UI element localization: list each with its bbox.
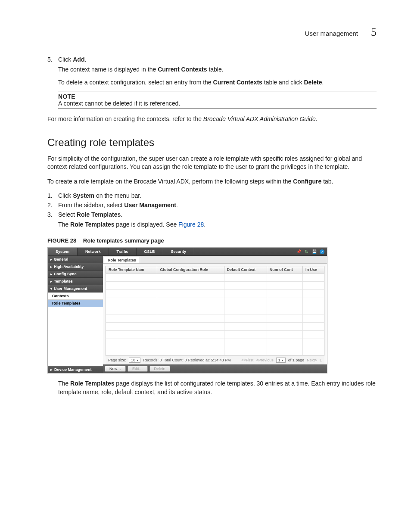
button-bar: New… Edit… Delete bbox=[103, 364, 327, 373]
guide-title: Brocade Virtual ADX Administration Guide bbox=[203, 115, 316, 122]
step-1: 1. Click System on the menu bar. bbox=[47, 192, 377, 199]
tab-role-templates[interactable]: Role Templates bbox=[104, 257, 140, 263]
table-row[interactable] bbox=[106, 298, 324, 306]
pager-previous[interactable]: <Previous bbox=[256, 358, 273, 362]
step-number: 5. bbox=[47, 56, 58, 63]
delete-button[interactable]: Delete bbox=[149, 366, 170, 372]
figure-caption-suffix: page bbox=[149, 237, 164, 244]
table-row[interactable] bbox=[106, 314, 324, 323]
menu-gslb[interactable]: GSLB bbox=[137, 248, 163, 255]
chevron-right-icon: ▸ bbox=[50, 272, 52, 276]
sidebar-sub-role-templates[interactable]: Role Templates bbox=[48, 300, 103, 307]
help-icon[interactable] bbox=[319, 249, 324, 254]
label: User Management bbox=[54, 286, 87, 291]
text: . bbox=[204, 221, 206, 228]
edit-button[interactable]: Edit… bbox=[128, 366, 148, 372]
col-num-of-cont[interactable]: Num of Cont bbox=[267, 266, 302, 274]
table-row[interactable] bbox=[106, 282, 324, 290]
refresh-icon[interactable] bbox=[304, 249, 309, 254]
figure-link[interactable]: Figure 28 bbox=[178, 221, 204, 228]
text: From the sidebar, select bbox=[58, 202, 124, 208]
pager-of: of 1 page bbox=[288, 358, 305, 362]
pager-next[interactable]: Next> bbox=[307, 358, 317, 362]
text: page is displayed. See bbox=[114, 221, 178, 228]
text: . bbox=[84, 56, 86, 63]
sidebar-item-device-management[interactable]: ▸Device Management bbox=[48, 366, 103, 373]
sidebar-item-high-availability[interactable]: ▸High Availability bbox=[48, 263, 103, 271]
col-role-template-name[interactable]: Role Template Nam bbox=[106, 266, 157, 274]
sidebar-item-general[interactable]: ▸General bbox=[48, 256, 103, 263]
sidebar-item-user-management[interactable]: ▾User Management bbox=[48, 285, 103, 292]
label: Device Management bbox=[54, 367, 92, 372]
figure-label: FIGURE 28 bbox=[47, 237, 76, 244]
chevron-down-icon: ▾ bbox=[50, 287, 52, 291]
sidebar: ▸General ▸High Availability ▸Config Sync… bbox=[48, 256, 103, 373]
text: To create a role template on the Brocade… bbox=[47, 178, 293, 185]
page-size-label: Page size: bbox=[108, 358, 126, 362]
text: tab. bbox=[321, 178, 333, 185]
label: Config Sync bbox=[54, 272, 77, 276]
sidebar-sub-contexts[interactable]: Contexts bbox=[48, 292, 103, 300]
figure-caption-bold: Role templates summary bbox=[83, 237, 149, 244]
text: For more information on creating the con… bbox=[47, 115, 203, 122]
note-box: NOTE A context cannot be deleted if it i… bbox=[58, 91, 377, 109]
step5-line2: The context name is displayed in the Cur… bbox=[58, 65, 377, 74]
table-row[interactable] bbox=[106, 339, 324, 347]
bold-role-templates: Role Templates bbox=[77, 211, 121, 218]
table-row[interactable] bbox=[106, 274, 324, 282]
text: Click bbox=[58, 192, 73, 199]
section-heading: Creating role templates bbox=[47, 137, 377, 149]
note-body: A context cannot be deleted if it is ref… bbox=[58, 100, 377, 107]
menu-traffic[interactable]: Traffic bbox=[109, 248, 137, 255]
chevron-right-icon: ▸ bbox=[50, 265, 52, 269]
col-default-context[interactable]: Default Context bbox=[224, 266, 267, 274]
table-row[interactable] bbox=[106, 306, 324, 314]
intro-paragraph: For simplicity of the configuration, the… bbox=[47, 155, 377, 171]
text: . bbox=[176, 202, 178, 208]
step-number: 2. bbox=[47, 202, 58, 208]
bold-add: Add bbox=[73, 56, 84, 63]
text: . bbox=[322, 79, 324, 86]
sidebar-item-templates[interactable]: ▸Templates bbox=[48, 278, 103, 285]
sidebar-item-config-sync[interactable]: ▸Config Sync bbox=[48, 271, 103, 278]
label: High Availability bbox=[54, 264, 84, 269]
bold-system: System bbox=[73, 192, 94, 199]
header-title: User management bbox=[305, 30, 358, 37]
step-5: 5. Click Add. bbox=[47, 56, 377, 63]
pager-first[interactable]: <<First bbox=[241, 358, 253, 362]
table-row[interactable] bbox=[106, 323, 324, 331]
step-text: From the sidebar, select User Management… bbox=[58, 202, 377, 208]
after-figure-paragraph: The Role Templates page displays the lis… bbox=[58, 380, 377, 396]
text: . bbox=[121, 211, 122, 218]
label: General bbox=[54, 257, 68, 261]
chapter-number: 5 bbox=[371, 26, 377, 39]
note-title: NOTE bbox=[58, 93, 377, 100]
pager-last[interactable]: L bbox=[320, 358, 322, 362]
new-button[interactable]: New… bbox=[105, 366, 126, 372]
procedure-intro: To create a role template on the Brocade… bbox=[47, 177, 377, 186]
text: The context name is displayed in the bbox=[58, 66, 158, 73]
menu-system[interactable]: System bbox=[48, 248, 78, 255]
main-area: Role Templates Role Template Nam Global … bbox=[103, 256, 327, 373]
menu-security[interactable]: Security bbox=[163, 248, 195, 255]
text: . bbox=[316, 115, 318, 122]
table-row[interactable] bbox=[106, 347, 324, 355]
col-in-use[interactable]: In Use bbox=[303, 266, 324, 274]
text: To delete a context configuration, selec… bbox=[58, 79, 213, 86]
more-info-paragraph: For more information on creating the con… bbox=[47, 115, 377, 124]
table-row[interactable] bbox=[106, 290, 324, 298]
text: on the menu bar. bbox=[94, 192, 141, 199]
step-2: 2. From the sidebar, select User Managem… bbox=[47, 202, 377, 208]
bold-configure: Configure bbox=[293, 178, 321, 185]
text: table and click bbox=[262, 79, 304, 86]
col-global-config-role[interactable]: Global Configuration Role bbox=[157, 266, 224, 274]
menu-network[interactable]: Network bbox=[78, 248, 109, 255]
pager-page-select[interactable]: 1 bbox=[276, 358, 286, 363]
table-row[interactable] bbox=[106, 331, 324, 339]
figure-28: System Network Traffic GSLB Security ▸Ge… bbox=[47, 247, 327, 373]
menubar: System Network Traffic GSLB Security bbox=[48, 248, 327, 256]
page-size-select[interactable]: 10 bbox=[129, 358, 140, 363]
step-text: Click Add. bbox=[58, 56, 377, 63]
pin-icon[interactable] bbox=[296, 249, 301, 254]
save-icon[interactable] bbox=[311, 249, 317, 254]
